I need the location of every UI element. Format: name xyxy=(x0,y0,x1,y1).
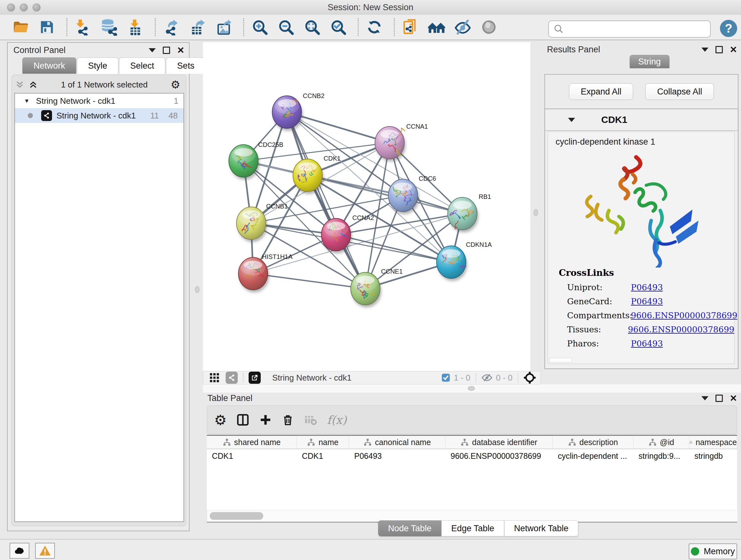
hide-unhide-button[interactable] xyxy=(454,18,472,37)
toolbar-separator xyxy=(394,18,395,36)
cell-shared-name: CDK1 xyxy=(207,449,297,462)
cdk1-section-header[interactable]: CDK1 xyxy=(545,109,738,131)
crosslink-link[interactable]: P06493 xyxy=(631,297,663,306)
window-title: Session: New Session xyxy=(0,3,741,12)
memory-status-dot xyxy=(691,547,699,556)
crosslink-link[interactable]: P06493 xyxy=(631,339,663,348)
tab-style[interactable]: Style xyxy=(77,57,118,74)
column-header[interactable]: namespace xyxy=(689,436,737,449)
panel-float-icon[interactable] xyxy=(716,395,723,402)
help-button[interactable]: ? xyxy=(720,20,737,37)
scrollbar-thumb[interactable] xyxy=(210,512,263,520)
network-canvas[interactable]: CCNB2CCNA1CDC25BCDK1CDC6RB1CCNB1CCNA2CDK… xyxy=(203,42,530,371)
expand-all-button[interactable]: Expand All xyxy=(569,83,633,100)
column-label: canonical name xyxy=(375,438,431,447)
protein-structure-image xyxy=(576,149,706,267)
export-table-button[interactable] xyxy=(188,18,207,37)
svg-text:CCNA1: CCNA1 xyxy=(406,123,428,130)
crosslink-link[interactable]: 9606.ENSP00000378699 xyxy=(628,325,734,334)
network-collection-row[interactable]: ▼ String Network - cdk1 1 xyxy=(15,94,184,108)
section-collapse-icon[interactable] xyxy=(568,118,575,122)
home-networks-button[interactable] xyxy=(427,18,446,37)
memory-button[interactable]: Memory xyxy=(689,543,737,559)
tab-select[interactable]: Select xyxy=(119,57,165,74)
selected-checkbox-icon[interactable] xyxy=(441,373,451,382)
import-database-icon xyxy=(100,18,118,36)
column-header[interactable]: shared name xyxy=(207,436,297,449)
function-builder-icon: f(x) xyxy=(327,414,347,427)
horizontal-splitter[interactable] xyxy=(203,384,741,393)
panel-close-icon[interactable]: ✕ xyxy=(730,394,737,403)
zoom-out-button[interactable] xyxy=(277,18,295,37)
network-list-panel: 1 of 1 Network selected ⚙ ▼ String Netwo… xyxy=(11,75,186,526)
crosslink-link[interactable]: 9606.ENSP00000378699 xyxy=(631,311,737,320)
import-table-button[interactable] xyxy=(126,18,145,37)
panel-collapse-icon[interactable] xyxy=(701,48,709,52)
panel-collapse-icon[interactable] xyxy=(149,48,156,52)
panel-close-icon[interactable]: ✕ xyxy=(730,45,737,54)
hidden-eye-icon[interactable] xyxy=(481,372,493,383)
birdseye-button[interactable] xyxy=(480,18,498,37)
tree-expand-icon[interactable]: ▼ xyxy=(24,98,30,105)
tab-sets[interactable]: Sets xyxy=(166,57,205,74)
expand-all-chevrons-icon[interactable] xyxy=(28,80,38,89)
zoom-fit-button[interactable] xyxy=(303,18,321,37)
crosslink-link[interactable]: P06493 xyxy=(631,283,663,292)
tab-network-table[interactable]: Network Table xyxy=(504,520,579,537)
toolbar-separator xyxy=(243,373,244,382)
table-row[interactable]: CDK1 CDK1 P06493 9606.ENSP00000378699 cy… xyxy=(207,449,737,462)
export-image-button[interactable] xyxy=(214,18,233,37)
crosslink-row: Uniprot: P06493 xyxy=(567,283,734,292)
crosslink-row: Tissues: 9606.ENSP00000378699 xyxy=(567,325,734,334)
tab-string[interactable]: String xyxy=(630,55,670,68)
tab-network[interactable]: Network xyxy=(22,57,76,74)
svg-text:CDKN1A: CDKN1A xyxy=(466,241,492,248)
detach-view-icon[interactable] xyxy=(249,372,261,384)
collapse-all-button[interactable]: Collapse All xyxy=(645,83,714,100)
tab-node-table[interactable]: Node Table xyxy=(378,520,441,537)
open-session-button[interactable] xyxy=(11,18,30,37)
search-field[interactable] xyxy=(548,20,711,38)
zoom-selected-button[interactable] xyxy=(329,18,347,37)
panel-close-icon[interactable]: ✕ xyxy=(177,46,185,55)
toolbar-separator xyxy=(358,18,359,36)
gear-icon[interactable]: ⚙ xyxy=(171,78,180,91)
column-header[interactable]: canonical name xyxy=(349,436,446,449)
delete-column-icon[interactable] xyxy=(281,414,294,426)
column-header[interactable]: name xyxy=(297,436,349,449)
warnings-button[interactable] xyxy=(35,543,55,559)
column-header[interactable]: @id xyxy=(633,436,689,449)
network-row[interactable]: String Network - cdk1 11 48 xyxy=(15,108,184,123)
save-session-button[interactable] xyxy=(38,18,56,37)
clipboard-share-button[interactable] xyxy=(401,18,420,37)
panel-collapse-icon[interactable] xyxy=(701,396,709,400)
refresh-button[interactable] xyxy=(365,18,384,37)
hidden-counter: 0 - 0 xyxy=(496,373,513,383)
left-splitter-handle[interactable] xyxy=(195,286,199,293)
collapse-all-chevrons-icon[interactable] xyxy=(15,80,24,89)
import-network-database-button[interactable] xyxy=(100,18,118,37)
splitter-handle[interactable] xyxy=(468,386,475,391)
search-input[interactable] xyxy=(567,24,710,35)
table-settings-gear-icon[interactable]: ⚙ xyxy=(214,412,226,428)
column-header[interactable]: description xyxy=(553,436,633,449)
right-splitter-handle[interactable] xyxy=(534,209,538,216)
string-view-icon[interactable] xyxy=(226,372,238,384)
birdseye-crosshair-icon[interactable] xyxy=(523,371,536,384)
column-header[interactable]: database identifier xyxy=(446,436,553,449)
add-column-icon[interactable] xyxy=(259,414,272,426)
panel-float-icon[interactable] xyxy=(163,47,170,54)
svg-text:CCNA2: CCNA2 xyxy=(352,214,374,221)
crosslink-label: Pharos: xyxy=(567,339,631,348)
cloud-button[interactable] xyxy=(10,543,29,559)
network-graph[interactable]: CCNB2CCNA1CDC25BCDK1CDC6RB1CCNB1CCNA2CDK… xyxy=(203,42,530,371)
results-scrollbar[interactable] xyxy=(549,358,572,362)
svg-text:CDC6: CDC6 xyxy=(419,175,436,182)
export-network-button[interactable] xyxy=(162,18,181,37)
show-columns-icon[interactable] xyxy=(236,413,250,427)
panel-float-icon[interactable] xyxy=(716,46,723,53)
grid-view-icon[interactable] xyxy=(209,372,220,383)
import-network-file-button[interactable] xyxy=(74,18,92,37)
zoom-in-button[interactable] xyxy=(251,18,269,37)
tab-edge-table[interactable]: Edge Table xyxy=(441,520,504,537)
